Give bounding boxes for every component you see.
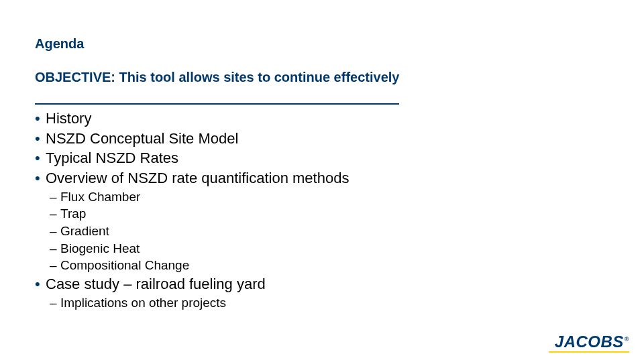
bullet-history: • History: [35, 109, 644, 129]
dash-icon: –: [50, 188, 60, 206]
title-line-2: OBJECTIVE: This tool allows sites to con…: [35, 69, 399, 86]
bullet-dot-icon: •: [35, 277, 46, 292]
bullet-rates: • Typical NSZD Rates: [35, 148, 644, 168]
bullet-text: NSZD Conceptual Site Model: [46, 129, 238, 149]
sub-biogenic-heat: – Biogenic Heat: [50, 240, 644, 257]
sub-text: Gradient: [60, 223, 109, 240]
title-line-1: Agenda: [35, 36, 399, 52]
sub-text: Compositional Change: [60, 257, 189, 274]
sub-flux-chamber: – Flux Chamber: [50, 188, 644, 206]
bullet-text: Overview of NSZD rate quantification met…: [46, 168, 349, 188]
sub-text: Trap: [60, 205, 86, 223]
bullet-text: Case study – railroad fueling yard: [46, 274, 266, 294]
bullet-text: Typical NSZD Rates: [46, 148, 178, 168]
sub-text: Biogenic Heat: [60, 240, 140, 257]
sub-compositional-change: – Compositional Change: [50, 257, 644, 274]
logo-word: JACOBS: [555, 333, 624, 351]
bullet-text: History: [46, 109, 91, 129]
bullet-dot-icon: •: [35, 131, 46, 146]
slide-title: Agenda OBJECTIVE: This tool allows sites…: [35, 19, 399, 105]
slide: Agenda OBJECTIVE: This tool allows sites…: [0, 0, 644, 362]
logo-underline: [549, 351, 629, 353]
sub-implications: – Implications on other projects: [50, 294, 644, 312]
bullet-overview: • Overview of NSZD rate quantification m…: [35, 168, 644, 188]
dash-icon: –: [50, 223, 60, 240]
bullet-dot-icon: •: [35, 111, 46, 126]
dash-icon: –: [50, 240, 60, 257]
registered-icon: ®: [625, 336, 629, 343]
sub-trap: – Trap: [50, 205, 644, 223]
dash-icon: –: [50, 205, 60, 223]
bullet-dot-icon: •: [35, 151, 46, 166]
logo-text: JACOBS®: [555, 334, 629, 350]
bullet-model: • NSZD Conceptual Site Model: [35, 129, 644, 149]
dash-icon: –: [50, 257, 60, 274]
sub-text: Flux Chamber: [60, 188, 140, 206]
jacobs-logo: JACOBS®: [555, 334, 629, 350]
sub-gradient: – Gradient: [50, 223, 644, 240]
dash-icon: –: [50, 294, 60, 312]
bullet-dot-icon: •: [35, 171, 46, 186]
sub-text: Implications on other projects: [60, 294, 226, 312]
bullet-case-study: • Case study – railroad fueling yard: [35, 274, 644, 294]
slide-body: • History • NSZD Conceptual Site Model •…: [35, 109, 644, 311]
